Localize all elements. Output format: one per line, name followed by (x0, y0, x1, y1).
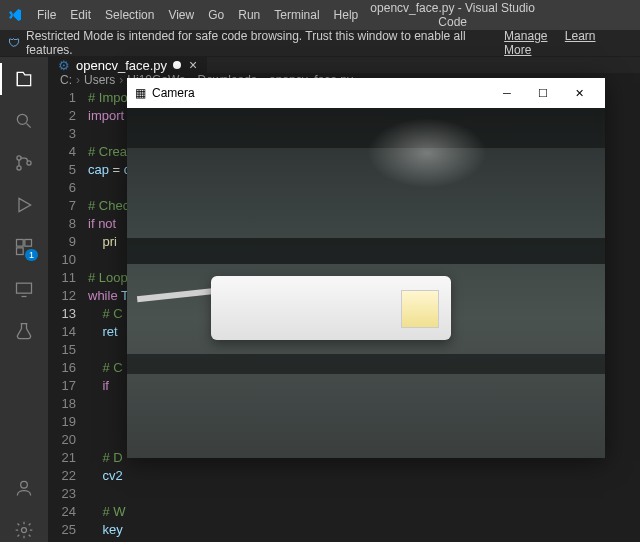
ac-unit (211, 276, 451, 340)
close-tab-icon[interactable]: × (189, 57, 197, 73)
menu-selection[interactable]: Selection (98, 8, 161, 22)
svg-point-0 (17, 114, 27, 124)
accounts-icon[interactable] (12, 476, 36, 500)
svg-point-2 (17, 166, 21, 170)
svg-point-8 (21, 481, 28, 488)
close-button[interactable]: ✕ (561, 78, 597, 108)
tab-filename: opencv_face.py (76, 58, 167, 73)
shield-icon: 🛡 (8, 36, 20, 50)
menu-file[interactable]: File (30, 8, 63, 22)
line-gutter: 1234567891011121314151617181920212223242… (48, 87, 88, 542)
camera-feed (127, 108, 605, 458)
source-control-icon[interactable] (12, 151, 36, 175)
python-file-icon: ⚙ (58, 58, 70, 73)
menubar: FileEditSelectionViewGoRunTerminalHelp o… (0, 0, 640, 30)
chevron-right-icon: › (76, 73, 80, 87)
menu-run[interactable]: Run (231, 8, 267, 22)
menu-items: FileEditSelectionViewGoRunTerminalHelp (30, 8, 365, 22)
svg-point-9 (22, 528, 27, 533)
svg-rect-5 (25, 240, 32, 247)
camera-window[interactable]: ▦ Camera ─ ☐ ✕ (127, 78, 605, 458)
dirty-indicator-icon (173, 61, 181, 69)
camera-titlebar[interactable]: ▦ Camera ─ ☐ ✕ (127, 78, 605, 108)
explorer-icon[interactable] (12, 67, 36, 91)
menu-view[interactable]: View (161, 8, 201, 22)
menu-go[interactable]: Go (201, 8, 231, 22)
remote-icon[interactable] (12, 277, 36, 301)
run-debug-icon[interactable] (12, 193, 36, 217)
menu-terminal[interactable]: Terminal (267, 8, 326, 22)
camera-title-text: Camera (152, 86, 489, 100)
activity-bar: 1 (0, 57, 48, 542)
maximize-button[interactable]: ☐ (525, 78, 561, 108)
tab-bar: ⚙ opencv_face.py × (48, 57, 640, 73)
svg-rect-6 (17, 248, 24, 255)
tab-opencv-face[interactable]: ⚙ opencv_face.py × (48, 57, 207, 73)
search-icon[interactable] (12, 109, 36, 133)
menu-edit[interactable]: Edit (63, 8, 98, 22)
manage-link[interactable]: Manage (504, 29, 547, 43)
svg-rect-7 (17, 283, 32, 293)
restricted-msg: Restricted Mode is intended for safe cod… (26, 29, 486, 57)
testing-icon[interactable] (12, 319, 36, 343)
breadcrumb-part[interactable]: C: (60, 73, 72, 87)
svg-point-3 (27, 161, 31, 165)
vscode-logo-icon (0, 7, 30, 23)
window-title: opencv_face.py - Visual Studio Code (365, 1, 640, 29)
settings-gear-icon[interactable] (12, 518, 36, 542)
chevron-right-icon: › (119, 73, 123, 87)
svg-rect-4 (17, 240, 24, 247)
restricted-banner: 🛡 Restricted Mode is intended for safe c… (0, 30, 640, 57)
breadcrumb-part[interactable]: Users (84, 73, 115, 87)
menu-help[interactable]: Help (327, 8, 366, 22)
minimize-button[interactable]: ─ (489, 78, 525, 108)
ext-badge: 1 (25, 249, 38, 261)
svg-point-1 (17, 156, 21, 160)
camera-app-icon: ▦ (135, 86, 146, 100)
extensions-icon[interactable]: 1 (12, 235, 36, 259)
